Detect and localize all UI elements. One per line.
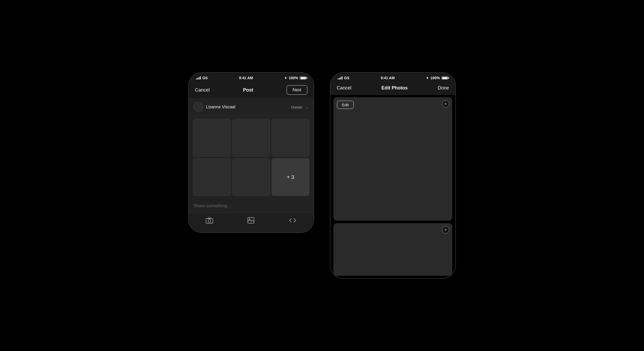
photo-cell-1[interactable] [193, 119, 231, 157]
status-right-2: ✦ 100% [426, 76, 448, 80]
edit-photos-title: Edit Photos [382, 85, 408, 91]
battery-label-1: 100% [289, 76, 298, 80]
carrier-label-2: GS [344, 76, 349, 80]
image-icon-button[interactable] [247, 217, 254, 225]
code-icon-button[interactable] [289, 217, 297, 225]
photo-card-2: ✕ [334, 223, 452, 276]
battery-icon-2 [441, 76, 448, 79]
edit-photos-screen: GS 9:41 AM ✦ 100% Cancel Edit Photos Don… [330, 72, 456, 279]
avatar [193, 102, 203, 112]
bluetooth-icon-2: ✦ [426, 76, 429, 80]
battery-label-2: 100% [430, 76, 440, 80]
time-label-1: 9:41 AM [239, 76, 253, 80]
edit-photo-button-1[interactable]: Edit [337, 101, 354, 109]
post-screen: GS 9:41 AM ✦ 100% Cancel Post Next Lisan… [188, 72, 314, 233]
nav-bar-2: Cancel Edit Photos Done [330, 82, 455, 95]
battery-icon-1 [300, 76, 306, 79]
author-name: Lisanne Viscaal [206, 105, 286, 109]
bottom-toolbar [189, 213, 314, 232]
author-row[interactable]: Lisanne Viscaal Owner ⌄ [189, 99, 314, 116]
photo-cell-4[interactable] [193, 158, 231, 196]
svg-point-1 [208, 220, 211, 222]
bluetooth-icon-1: ✦ [284, 76, 287, 80]
more-photos-cell[interactable]: + 3 [272, 158, 309, 196]
photo-cell-2[interactable] [232, 119, 270, 157]
edit-photos-content: Edit ✕ ✕ [330, 95, 455, 278]
photo-cell-5[interactable] [232, 158, 270, 196]
remove-photo-button-1[interactable]: ✕ [442, 100, 449, 108]
camera-icon-button[interactable] [206, 217, 213, 225]
done-button[interactable]: Done [438, 85, 449, 91]
carrier-label-1: GS [202, 76, 208, 80]
photo-grid-area: + 3 [189, 116, 314, 199]
photo-card-1: Edit ✕ [334, 97, 452, 221]
time-label-2: 9:41 AM [381, 76, 395, 80]
svg-rect-2 [208, 218, 211, 219]
photo-grid: + 3 [193, 119, 309, 196]
signal-icon [196, 76, 201, 79]
share-area[interactable]: Share something... [189, 199, 314, 213]
remove-photo-button-2[interactable]: ✕ [442, 226, 449, 233]
share-placeholder: Share something... [193, 203, 231, 208]
cancel-button-1[interactable]: Cancel [195, 87, 210, 93]
post-title: Post [243, 87, 253, 93]
status-left-2: GS [338, 76, 349, 80]
author-role: Owner [291, 105, 303, 109]
status-bar-2: GS 9:41 AM ✦ 100% [330, 73, 455, 82]
cancel-button-2[interactable]: Cancel [337, 85, 351, 91]
next-button[interactable]: Next [287, 85, 307, 95]
chevron-down-icon: ⌄ [306, 105, 309, 109]
photo-cell-3[interactable] [272, 119, 309, 157]
post-content: Lisanne Viscaal Owner ⌄ + 3 Share someth… [189, 99, 314, 232]
signal-icon-2 [338, 76, 342, 79]
nav-bar-1: Cancel Post Next [189, 82, 314, 99]
status-left-1: GS [196, 76, 208, 80]
svg-rect-0 [206, 219, 213, 223]
status-right-1: ✦ 100% [284, 76, 306, 80]
status-bar-1: GS 9:41 AM ✦ 100% [189, 73, 314, 82]
